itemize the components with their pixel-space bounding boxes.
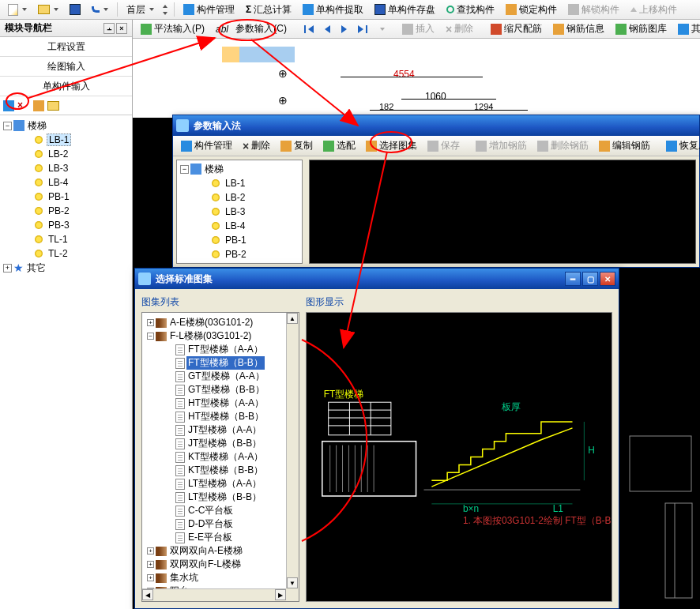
param-input-button[interactable]: abl 参数输入(C) <box>211 20 292 38</box>
pw-tree-item[interactable]: PB-2 <box>179 247 300 261</box>
lock-member-button[interactable]: 锁定构件 <box>501 1 562 19</box>
sum-calc-button[interactable]: Σ汇总计算 <box>241 1 296 19</box>
tree-expand-icon[interactable]: + <box>147 319 154 326</box>
atlas-item[interactable]: JT型楼梯（A-A） <box>145 423 295 437</box>
module-item-project[interactable]: 工程设置 <box>0 37 132 57</box>
unlock-member-button[interactable]: 解锁构件 <box>563 1 624 19</box>
pw-select-atlas[interactable]: 选择图集 <box>361 137 422 155</box>
member-mgr-button[interactable]: 构件管理 <box>179 1 239 19</box>
atlas-item[interactable]: KT型楼梯（B-B） <box>145 464 295 477</box>
tree-collapse-icon[interactable]: − <box>180 165 189 174</box>
mini-list-icon[interactable] <box>3 100 14 111</box>
scroll-left-button[interactable]: ◀ <box>142 589 153 600</box>
tree-expand-icon[interactable]: + <box>147 547 154 554</box>
single-extract-button[interactable]: 单构件提取 <box>298 1 368 19</box>
delete-button[interactable]: ×删除 <box>441 20 478 38</box>
find-member-button[interactable]: 查找构件 <box>442 1 499 19</box>
mini-folder-icon[interactable] <box>47 101 59 111</box>
atlas-item[interactable]: E-E平台板 <box>145 531 295 544</box>
pw-tree-item[interactable]: PB-1 <box>179 233 300 247</box>
spin-up[interactable] <box>160 4 170 16</box>
pw-member-mgr[interactable]: 构件管理 <box>176 137 237 155</box>
atlas-dialog-titlebar[interactable]: 选择标准图集 ━ ▢ ✕ <box>135 269 619 289</box>
param-window-titlebar[interactable]: 参数输入法 <box>173 115 699 136</box>
other-button[interactable]: 其他 <box>673 20 700 38</box>
pw-tree-item[interactable]: LB-4 <box>179 219 300 233</box>
nav-next[interactable] <box>337 23 352 36</box>
tree-item-tl1[interactable]: TL-1 <box>2 232 130 246</box>
close-panel-button[interactable]: × <box>116 23 127 34</box>
tree-expand-icon[interactable]: + <box>3 264 12 273</box>
pw-add-rebar[interactable]: 增加钢筋 <box>471 137 532 155</box>
tree-item-pb3[interactable]: PB-3 <box>2 218 130 232</box>
undo-button[interactable] <box>87 4 113 15</box>
tree-item-lb4[interactable]: LB-4 <box>2 175 130 190</box>
pw-save[interactable]: 保存 <box>423 137 465 155</box>
tree-item-lb3[interactable]: LB-3 <box>2 161 130 175</box>
open-button[interactable] <box>33 2 63 17</box>
atlas-item[interactable]: HT型楼梯（A-A） <box>145 397 295 410</box>
nav-down[interactable] <box>374 25 390 33</box>
pw-tree-root[interactable]: − 楼梯 <box>179 162 300 176</box>
tree-root-stair[interactable]: − 楼梯 <box>2 118 130 133</box>
insert-button[interactable]: 插入 <box>397 20 439 38</box>
tree-item-lb2[interactable]: LB-2 <box>2 147 130 161</box>
tree-root-other[interactable]: + ★ 其它 <box>2 261 130 275</box>
atlas-preview[interactable]: FT型楼梯 b×n L1 H 板厚 1 <box>306 312 612 602</box>
h-scrollbar[interactable]: ◀ ▶ <box>142 588 286 601</box>
tree-item-lb1[interactable]: LB-1 <box>2 133 130 147</box>
nav-prev[interactable] <box>320 23 335 36</box>
atlas-item[interactable]: D-D平台板 <box>145 517 295 531</box>
pw-tree-item[interactable]: PB-3 <box>179 261 300 264</box>
atlas-group[interactable]: +双网双向F-L楼梯 <box>145 558 295 571</box>
atlas-group[interactable]: +双网双向A-E楼梯 <box>145 544 295 558</box>
atlas-item[interactable]: FT型楼梯（A-A） <box>145 343 295 356</box>
atlas-group[interactable]: −F-L楼梯(03G101-2) <box>145 329 295 343</box>
save-button[interactable] <box>65 2 85 17</box>
move-up-button[interactable]: 上移构件 <box>626 1 682 19</box>
atlas-item[interactable]: HT型楼梯（B-B） <box>145 410 295 423</box>
atlas-item[interactable]: GT型楼梯（A-A） <box>145 370 295 383</box>
atlas-item[interactable]: KT型楼梯（A-A） <box>145 450 295 464</box>
tree-collapse-icon[interactable]: − <box>3 122 12 130</box>
mini-delete-icon[interactable]: × <box>17 100 30 112</box>
pw-restore[interactable]: 恢复原始 <box>661 137 700 155</box>
nav-first[interactable] <box>299 23 318 36</box>
tree-collapse-icon[interactable]: − <box>147 333 154 340</box>
atlas-item[interactable]: C-C平台板 <box>145 504 295 517</box>
pw-tree-item[interactable]: LB-1 <box>179 176 300 190</box>
tree-item-pb1[interactable]: PB-1 <box>2 190 130 204</box>
atlas-item[interactable]: JT型楼梯（B-B） <box>145 437 295 450</box>
tree-expand-icon[interactable]: + <box>147 574 154 581</box>
maximize-button[interactable]: ▢ <box>582 272 598 286</box>
module-item-single[interactable]: 单构件输入 <box>0 77 132 96</box>
atlas-group[interactable]: +集水坑 <box>145 571 295 585</box>
v-scrollbar[interactable]: ▲ ▼ <box>286 313 299 588</box>
pw-preview[interactable] <box>309 160 696 264</box>
tree-item-pb2[interactable]: PB-2 <box>2 204 130 218</box>
pw-tree-item[interactable]: LB-3 <box>179 205 300 219</box>
pw-delete[interactable]: ×删除 <box>238 137 275 155</box>
atlas-item[interactable]: FT型楼梯（B-B） <box>145 356 295 370</box>
atlas-item[interactable]: LT型楼梯（B-B） <box>145 491 295 504</box>
pin-button[interactable]: ⫠ <box>103 23 115 34</box>
close-button[interactable]: ✕ <box>600 272 615 286</box>
minimize-button[interactable]: ━ <box>565 272 581 286</box>
atlas-group[interactable]: +A-E楼梯(03G101-2) <box>145 316 295 329</box>
rebar-lib-button[interactable]: 钢筋图库 <box>611 20 672 38</box>
tree-expand-icon[interactable]: + <box>147 561 154 568</box>
single-save-button[interactable]: 单构件存盘 <box>370 1 440 19</box>
atlas-listbox[interactable]: +A-E楼梯(03G101-2)−F-L楼梯(03G101-2)FT型楼梯（A-… <box>141 312 299 602</box>
rebar-info-button[interactable]: 钢筋信息 <box>548 20 609 38</box>
atlas-item[interactable]: GT型楼梯（B-B） <box>145 383 295 397</box>
mini-copy-icon[interactable] <box>33 100 44 111</box>
pw-edit-rebar[interactable]: 编辑钢筋 <box>594 137 655 155</box>
pw-del-rebar[interactable]: 删除钢筋 <box>533 137 593 155</box>
module-item-draw[interactable]: 绘图输入 <box>0 57 132 77</box>
scroll-right-button[interactable]: ▶ <box>275 589 286 600</box>
nav-last[interactable] <box>353 23 372 36</box>
pw-config[interactable]: 选配 <box>318 137 360 155</box>
tree-item-tl2[interactable]: TL-2 <box>2 246 130 261</box>
level-select[interactable]: 首层 <box>122 1 159 19</box>
scale-rebar-button[interactable]: 缩尺配筋 <box>486 20 547 38</box>
